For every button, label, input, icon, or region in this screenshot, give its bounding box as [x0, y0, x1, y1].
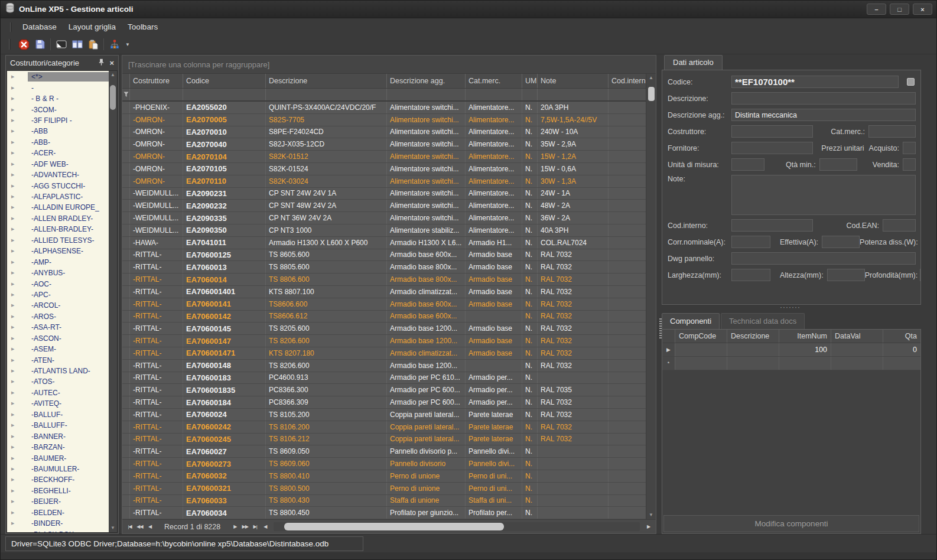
tree-item[interactable]: ▶-ASA-RT-	[7, 322, 109, 333]
tree-item[interactable]: ▶- B & R -	[7, 93, 109, 104]
nav-button[interactable]: |◀	[125, 524, 135, 529]
expand-icon[interactable]: ▶	[11, 151, 18, 155]
tree-item[interactable]: ▶-APC-	[7, 289, 109, 300]
grid-row[interactable]: -WEIDMULL...EA2090335CP NT 36W 24V 2AAli…	[122, 212, 646, 224]
grid-row[interactable]: -HAWA-EA7041011Armadio H1300 X L600 X P6…	[122, 237, 646, 249]
grid-row[interactable]: -OMRON-EA2070010S8PE-F24024CDAlimentator…	[122, 126, 646, 139]
expand-icon[interactable]: ▶	[11, 238, 18, 243]
tree-item[interactable]: ▶-BANNER-	[7, 431, 109, 441]
codice-checkbox[interactable]	[907, 78, 915, 86]
expand-icon[interactable]: ▶	[11, 271, 18, 275]
grid-row[interactable]: -RITTAL-EA70600125TS 8605.600Armadio bas…	[122, 249, 646, 262]
fornitore-field[interactable]	[731, 142, 813, 154]
expand-icon[interactable]: ▶	[11, 325, 18, 330]
column-header[interactable]: Costruttore	[130, 74, 183, 88]
expand-icon[interactable]: ▶	[11, 129, 18, 134]
expand-icon[interactable]: ▶	[11, 303, 18, 308]
filter-cell[interactable]	[387, 89, 466, 100]
column-header[interactable]: Descrizione agg.	[387, 74, 466, 88]
note-field[interactable]	[731, 175, 916, 215]
tree-item[interactable]: ▶-ACER-	[7, 148, 109, 158]
expand-icon[interactable]: ▶	[11, 510, 18, 515]
grid-row[interactable]: -WEIDMULL...EA2090232CP SNT 48W 24V 2AAl…	[122, 200, 646, 212]
grid-row[interactable]: -RITTAL-EA7060032TS 8800.410Perno di uni…	[122, 470, 646, 483]
tree-item[interactable]: ▶-ALPHASENSE-	[7, 246, 109, 256]
grid-row[interactable]: -WEIDMULL...EA2090231CP SNT 24W 24V 1AAl…	[122, 188, 646, 200]
group-by-panel[interactable]: [Trascinare una colonna per raggruppare]	[122, 56, 656, 74]
unita-misura-field[interactable]	[731, 158, 764, 171]
tree-item[interactable]: ▶-BAUMER-	[7, 452, 109, 463]
grid-row[interactable]: -RITTAL-EA70600273TS 8609.060Pannello di…	[122, 458, 646, 470]
horizontal-splitter[interactable]: ·······	[659, 305, 921, 310]
expand-icon[interactable]: ▶	[11, 314, 18, 319]
grid-horizontal-scrollbar[interactable]	[274, 522, 640, 531]
expand-icon[interactable]: ▶	[11, 249, 18, 253]
column-header[interactable]: ItemNum	[779, 330, 831, 343]
tree-item[interactable]: ▶-	[7, 82, 109, 93]
expand-icon[interactable]: ▶	[11, 379, 18, 384]
filter-cell[interactable]	[266, 89, 387, 100]
expand-icon[interactable]: ▶	[11, 390, 18, 395]
hierarchy-icon[interactable]	[106, 37, 122, 52]
cod-ean-field[interactable]	[883, 219, 916, 232]
filter-cell[interactable]	[609, 89, 646, 100]
tree-item[interactable]: ▶-BEGHELLI-	[7, 486, 109, 496]
column-header[interactable]: Descrizione	[266, 74, 387, 88]
effettiva-field[interactable]	[822, 236, 860, 248]
vendita-field[interactable]	[903, 158, 916, 171]
expand-icon[interactable]: ▶	[11, 358, 18, 363]
tree-item[interactable]: ▶-ALLEN-BRADLEY-	[7, 224, 109, 235]
grid-row[interactable]: -WEIDMULL...EA2090350CP NT3 1000Alimenta…	[122, 224, 646, 237]
expand-icon[interactable]: ▶	[11, 412, 18, 417]
costruttore-field[interactable]	[731, 125, 813, 138]
menu-item-toolbars[interactable]: Toolbars	[122, 20, 164, 34]
nav-button[interactable]: ◀◀	[135, 524, 145, 529]
descrizione-agg-field[interactable]	[731, 109, 916, 121]
grid-row[interactable]: -RITTAL-EA70600183PC4600.913Armadio per …	[122, 372, 646, 385]
qta-min-field[interactable]	[819, 158, 857, 171]
expand-icon[interactable]: ▶	[11, 227, 18, 232]
grid-row[interactable]: -PHOENIX-EA2055020QUINT-PS-3X400AC/24VDC…	[122, 102, 646, 114]
expand-icon[interactable]: ▶	[11, 499, 18, 504]
tree-item[interactable]: ▶-AMP-	[7, 256, 109, 267]
tree-item[interactable]: ▶-ARCOL-	[7, 300, 109, 311]
tree-item[interactable]: ▶-ADVANTECH-	[7, 170, 109, 180]
panel-splitter[interactable]	[659, 318, 662, 338]
hscroll-left-icon[interactable]: ◀	[260, 524, 270, 529]
codice-field[interactable]	[731, 76, 899, 88]
grid-row[interactable]: -RITTAL-EA706001401KTS 8807.100Armadio c…	[122, 286, 646, 298]
grid-row[interactable]: -RITTAL-EA70600148TS 8206.600Armadio bas…	[122, 360, 646, 372]
tree-item[interactable]: ▶-AUTEC-	[7, 388, 109, 398]
expand-icon[interactable]: ▶	[11, 74, 18, 79]
components-row[interactable]: *	[662, 357, 920, 370]
close-icon[interactable]: ×	[109, 58, 114, 67]
tree-item[interactable]: ▶-ASEM-	[7, 344, 109, 354]
columns-icon[interactable]	[69, 37, 85, 52]
tree-item[interactable]: ▶-AVITEQ-	[7, 398, 109, 409]
column-header[interactable]: Descrizione	[727, 330, 779, 343]
grid-row[interactable]: -RITTAL-EA70600142TS8606.612Armadio base…	[122, 311, 646, 323]
tab-componenti[interactable]: Componenti	[662, 313, 720, 329]
tree-item[interactable]: ▶-ALLEN BRADLEY-	[7, 213, 109, 224]
scroll-down-icon[interactable]: ▼	[649, 511, 653, 519]
tree-item[interactable]: ▶-3F FILIPPI -	[7, 115, 109, 126]
expand-icon[interactable]: ▶	[11, 434, 18, 439]
expand-icon[interactable]: ▶	[11, 172, 18, 177]
grid-row[interactable]: -OMRON-EA2070005S82S-7705Alimentatore sw…	[122, 114, 646, 126]
tree-item[interactable]: ▶-BECKHOFF-	[7, 474, 109, 485]
nav-button[interactable]: ◀	[145, 524, 155, 529]
tree-item[interactable]: ▶-ATLANTIS LAND-	[7, 366, 109, 376]
tree-item[interactable]: ▶-AROS-	[7, 311, 109, 322]
column-header[interactable]: Note	[538, 74, 609, 88]
tree-item[interactable]: ▶-ADF WEB-	[7, 159, 109, 170]
more-dropdown-icon[interactable]: ▼	[122, 42, 133, 47]
tree-item[interactable]: ▶-AOC-	[7, 278, 109, 289]
expand-icon[interactable]: ▶	[11, 423, 18, 428]
close-button[interactable]: ×	[913, 4, 932, 15]
filter-cell[interactable]	[466, 89, 522, 100]
expand-icon[interactable]: ▶	[11, 162, 18, 167]
grid-row[interactable]: -RITTAL-EA7060014TS 8806.600Armadio base…	[122, 274, 646, 286]
hscroll-right-icon[interactable]: ▶	[643, 524, 653, 529]
expand-icon[interactable]: ▶	[11, 86, 18, 90]
tree-item[interactable]: ▶-ABB-	[7, 137, 109, 148]
